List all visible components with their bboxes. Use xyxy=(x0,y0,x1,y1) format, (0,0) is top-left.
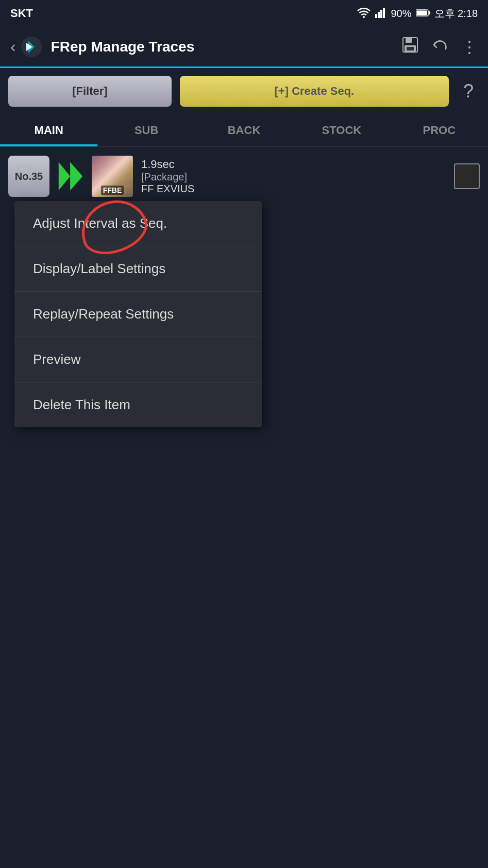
signal-icon xyxy=(375,7,386,21)
trace-app-name: FF EXVIUS xyxy=(141,183,446,195)
help-button[interactable]: ? xyxy=(457,80,480,102)
context-menu-adjust-interval[interactable]: Adjust Interval as Seq. xyxy=(14,201,262,246)
time-text: 오후 2:18 xyxy=(434,7,478,21)
battery-text: 90% xyxy=(391,8,411,20)
filter-button[interactable]: [Filter] xyxy=(8,76,172,107)
tab-sub[interactable]: SUB xyxy=(97,114,195,146)
tab-back[interactable]: BACK xyxy=(195,114,293,146)
save-button[interactable] xyxy=(401,36,419,58)
svg-marker-13 xyxy=(70,162,82,190)
trace-thumbnail: FFBE xyxy=(92,156,133,197)
svg-rect-3 xyxy=(383,8,385,18)
context-menu-preview[interactable]: Preview xyxy=(14,337,262,382)
context-menu-delete[interactable]: Delete This Item xyxy=(14,382,262,427)
context-menu-replay-repeat[interactable]: Replay/Repeat Settings xyxy=(14,292,262,337)
title-bar: ‹ FRep Manage Traces ⋮ xyxy=(0,27,488,68)
svg-rect-11 xyxy=(407,47,414,51)
tab-proc[interactable]: PROC xyxy=(391,114,488,146)
svg-rect-9 xyxy=(406,38,412,43)
tab-main[interactable]: MAIN xyxy=(0,114,97,146)
svg-marker-12 xyxy=(59,162,70,190)
create-seq-button[interactable]: [+] Create Seq. xyxy=(180,76,449,107)
trace-item-row[interactable]: No.35 FFBE 1.9sec [Package] FF EXVIUS xyxy=(0,147,488,206)
trace-number-badge: No.35 xyxy=(8,156,49,197)
context-menu-display-label[interactable]: Display/Label Settings xyxy=(14,246,262,292)
carrier-text: SKT xyxy=(10,7,33,20)
thumbnail-label-text: FFBE xyxy=(101,186,124,195)
app-logo xyxy=(19,35,44,59)
filter-row: [Filter] [+] Create Seq. ? xyxy=(0,68,488,114)
trace-checkbox[interactable] xyxy=(454,163,480,189)
trace-package: [Package] xyxy=(141,171,446,183)
tab-stock[interactable]: STOCK xyxy=(293,114,390,146)
back-button[interactable]: ‹ xyxy=(10,37,16,56)
title-bar-actions: ⋮ xyxy=(401,36,478,58)
context-menu: Adjust Interval as Seq. Display/Label Se… xyxy=(14,201,262,427)
wifi-icon xyxy=(357,7,371,21)
play-button[interactable] xyxy=(58,161,83,192)
trace-time: 1.9sec xyxy=(141,158,446,171)
status-bar-right: 90% 오후 2:18 xyxy=(357,7,478,21)
svg-rect-2 xyxy=(380,10,382,18)
svg-rect-1 xyxy=(378,12,380,18)
undo-button[interactable] xyxy=(431,36,449,58)
more-menu-button[interactable]: ⋮ xyxy=(461,37,478,57)
svg-rect-5 xyxy=(429,11,430,14)
svg-rect-0 xyxy=(375,14,377,18)
trace-info: 1.9sec [Package] FF EXVIUS xyxy=(141,158,446,195)
status-bar: SKT 90% 오후 2:18 xyxy=(0,0,488,27)
page-title: FRep Manage Traces xyxy=(51,39,401,55)
battery-icon xyxy=(416,8,430,20)
tab-bar: MAIN SUB BACK STOCK PROC xyxy=(0,114,488,147)
svg-rect-6 xyxy=(416,10,427,15)
